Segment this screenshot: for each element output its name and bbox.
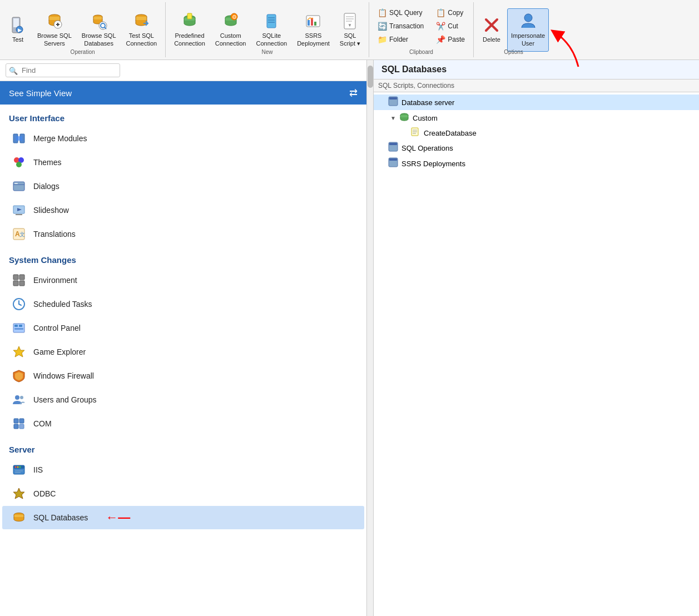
custom-expander[interactable]: ▼ <box>389 115 397 121</box>
operation-group-label: Operation <box>71 49 95 55</box>
simple-view-button[interactable]: See Simple View ⇄ <box>0 81 366 105</box>
custom-label: Custom <box>413 114 438 122</box>
users-and-groups-label: Users and Groups <box>33 395 97 404</box>
search-wrapper <box>6 63 361 77</box>
nav-item-merge-modules[interactable]: Merge Modules <box>2 127 364 150</box>
svg-text:⚙: ⚙ <box>231 14 236 20</box>
nav-item-iis[interactable]: IIS <box>2 458 364 481</box>
windows-firewall-label: Windows Firewall <box>33 371 94 380</box>
odbc-icon <box>11 486 27 501</box>
svg-point-63 <box>15 395 19 400</box>
nav-item-game-explorer[interactable]: Game Explorer <box>2 340 364 364</box>
browse-sql-servers-button[interactable]: Browse SQLServers <box>33 8 76 52</box>
svg-rect-18 <box>267 14 276 28</box>
nav-list: User Interface Merge Modules Themes <box>0 105 366 616</box>
ssrs-deployments-icon <box>388 157 399 170</box>
environment-icon <box>11 272 27 288</box>
sql-script-button[interactable]: ▼ SQLScript ▾ <box>336 8 364 52</box>
sql-databases-label: SQL Databases <box>33 513 88 522</box>
sqlite-connection-label: SQLiteConnection <box>256 32 287 47</box>
clipboard-left: 📋 SQL Query 🔄 Transaction 📁 Folder <box>374 7 428 46</box>
users-and-groups-icon <box>11 392 27 408</box>
tree-item-create-database[interactable]: CreateDatabase <box>374 126 699 140</box>
predefined-connection-label: PredefinedConnection <box>174 32 205 47</box>
svg-point-72 <box>17 466 19 468</box>
folder-label: Folder <box>389 36 408 43</box>
main-layout: See Simple View ⇄ User Interface Merge M… <box>0 60 699 616</box>
transaction-label: Transaction <box>389 22 424 30</box>
clipboard-group-label: Clipboard <box>409 49 433 55</box>
cut-button[interactable]: ✂️ Cut <box>432 20 469 32</box>
nav-item-com[interactable]: COM <box>2 412 364 435</box>
sql-operations-icon <box>388 142 399 154</box>
scheduled-tasks-label: Scheduled Tasks <box>33 300 92 309</box>
merge-modules-icon <box>11 131 27 146</box>
browse-sql-databases-button[interactable]: Browse SQLDatabases <box>78 8 120 52</box>
delete-button[interactable]: Delete <box>478 8 505 52</box>
delete-icon <box>483 16 500 34</box>
tree-item-database-server[interactable]: Database server <box>374 95 699 110</box>
impersonate-user-button[interactable]: ImpersonateUser <box>507 8 549 52</box>
tree-item-ssrs-deployments[interactable]: SSRS Deployments <box>374 156 699 171</box>
search-input[interactable] <box>6 63 120 77</box>
options-group-label: Options <box>504 49 523 55</box>
predefined-connection-button[interactable]: PredefinedConnection <box>170 8 209 52</box>
paste-button[interactable]: 📌 Paste <box>432 33 469 46</box>
folder-button[interactable]: 📁 Folder <box>374 33 428 46</box>
test-icon: ▶ <box>9 16 27 34</box>
merge-modules-label: Merge Modules <box>33 134 87 143</box>
sql-query-button[interactable]: 📋 SQL Query <box>374 7 428 19</box>
svg-rect-86 <box>389 143 397 145</box>
tree-item-custom[interactable]: ▼ Custom <box>374 110 699 126</box>
nav-item-slideshow[interactable]: Slideshow <box>2 198 364 222</box>
sql-script-icon: ▼ <box>341 12 359 30</box>
scrollbar[interactable] <box>367 60 374 616</box>
impersonate-user-label: ImpersonateUser <box>511 32 545 47</box>
svg-text:▼: ▼ <box>348 23 352 28</box>
slideshow-label: Slideshow <box>33 206 69 215</box>
ssrs-deployment-button[interactable]: SSRSDeployment <box>293 8 334 52</box>
nav-item-scheduled-tasks[interactable]: Scheduled Tasks <box>2 292 364 316</box>
nav-item-sql-databases[interactable]: SQL Databases ←— <box>2 506 364 529</box>
test-button[interactable]: ▶ Test <box>4 8 31 52</box>
iis-label: IIS <box>33 465 43 474</box>
custom-connection-button[interactable]: ⚙ CustomConnection <box>211 8 250 52</box>
slideshow-icon <box>11 202 27 218</box>
test-label: Test <box>12 36 23 43</box>
browse-sql-servers-icon <box>46 12 63 30</box>
custom-connection-label: CustomConnection <box>215 32 246 47</box>
svg-point-35 <box>524 14 532 22</box>
copy-button[interactable]: 📋 Copy <box>432 7 469 19</box>
nav-item-translations[interactable]: A文 Translations <box>2 222 364 246</box>
sqlite-connection-button[interactable]: SQLiteConnection <box>252 8 291 52</box>
tree-item-sql-operations[interactable]: SQL Operations <box>374 140 699 156</box>
windows-firewall-icon <box>11 368 27 384</box>
sqlite-connection-icon <box>262 12 280 30</box>
new-group: PredefinedConnection ⚙ CustomConnection … <box>166 2 369 57</box>
delete-label: Delete <box>483 36 500 43</box>
custom-icon <box>399 112 410 124</box>
scheduled-tasks-icon <box>11 296 27 312</box>
user-interface-header: User Interface <box>0 105 366 126</box>
dialogs-icon <box>11 178 27 194</box>
nav-item-odbc[interactable]: ODBC <box>2 482 364 505</box>
nav-item-control-panel[interactable]: Control Panel <box>2 316 364 340</box>
control-panel-label: Control Panel <box>33 324 81 332</box>
nav-item-users-and-groups[interactable]: Users and Groups <box>2 388 364 411</box>
browse-sql-databases-label: Browse SQLDatabases <box>82 32 116 47</box>
nav-item-themes[interactable]: Themes <box>2 151 364 174</box>
environment-label: Environment <box>33 276 77 285</box>
tree-toolbar: SQL Scripts, Connections <box>374 80 699 92</box>
sql-query-label: SQL Query <box>389 9 423 17</box>
transaction-button[interactable]: 🔄 Transaction <box>374 20 428 32</box>
nav-item-dialogs[interactable]: Dialogs <box>2 175 364 198</box>
test-sql-connection-button[interactable]: Test SQLConnection <box>122 8 161 52</box>
copy-label: Copy <box>448 9 463 17</box>
clipboard-right: 📋 Copy ✂️ Cut 📌 Paste <box>432 7 469 46</box>
sql-query-icon: 📋 <box>378 8 387 17</box>
nav-item-environment[interactable]: Environment <box>2 269 364 292</box>
svg-rect-52 <box>19 275 24 280</box>
iis-icon <box>11 462 27 478</box>
nav-item-windows-firewall[interactable]: Windows Firewall <box>2 364 364 388</box>
create-database-icon <box>410 127 422 138</box>
